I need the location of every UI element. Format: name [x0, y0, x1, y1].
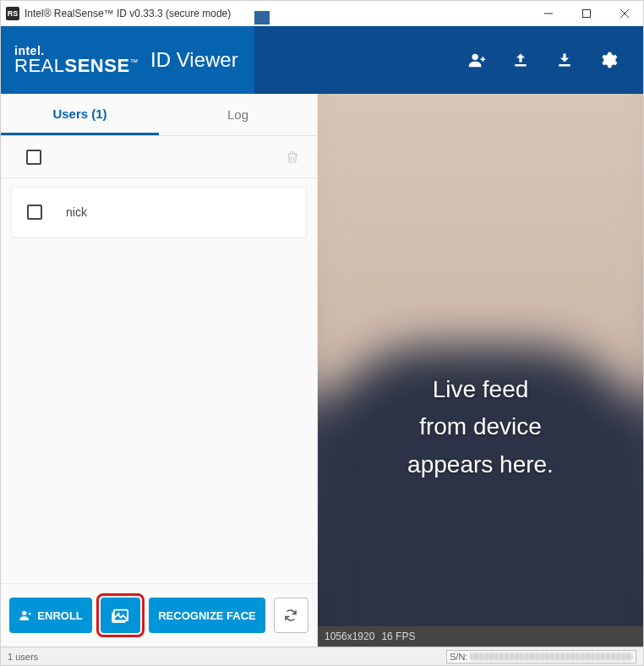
svg-point-7 — [22, 611, 26, 615]
user-count-status: 1 users — [8, 652, 38, 662]
refresh-button[interactable] — [274, 598, 308, 633]
select-all-row — [1, 136, 317, 178]
live-feed: Live feed from device appears here. — [318, 94, 643, 626]
titlebar: RS Intel® RealSense™ ID v0.33.3 (secure … — [1, 1, 643, 26]
tab-users[interactable]: Users (1) — [1, 94, 159, 135]
product-name: ID Viewer — [150, 48, 238, 72]
user-list: nick — [1, 178, 317, 583]
maximize-button[interactable] — [567, 1, 605, 26]
left-panel: Users (1) Log nick ENROLL — [1, 94, 318, 647]
svg-point-4 — [472, 54, 478, 60]
feed-status-bar: 1056x1920 16 FPS — [318, 626, 643, 647]
enroll-label: ENROLL — [37, 609, 82, 622]
svg-rect-1 — [582, 9, 590, 17]
user-name-label: nick — [66, 205, 87, 219]
upload-icon[interactable] — [511, 51, 530, 69]
window-controls — [529, 1, 643, 26]
close-button[interactable] — [605, 1, 643, 26]
statusbar: 1 users S/N: — [1, 647, 643, 665]
svg-point-9 — [117, 613, 120, 615]
settings-icon[interactable] — [599, 51, 618, 69]
refresh-icon — [283, 608, 298, 623]
tab-bar: Users (1) Log — [1, 94, 317, 136]
feed-fps: 16 FPS — [381, 631, 415, 642]
sn-value-obscured — [470, 652, 633, 661]
minimize-button[interactable] — [529, 1, 567, 26]
select-all-checkbox[interactable] — [26, 150, 41, 165]
svg-rect-5 — [515, 64, 526, 67]
brand-realsense: REALSENSE™ — [14, 57, 139, 75]
feed-resolution: 1056x1920 — [325, 631, 374, 642]
delete-icon[interactable] — [285, 149, 300, 166]
enroll-button[interactable]: ENROLL — [9, 598, 92, 633]
enroll-image-button[interactable] — [101, 598, 140, 633]
download-icon[interactable] — [555, 51, 574, 69]
action-bar: ENROLL RECOGNIZE FACE — [1, 583, 317, 647]
sn-label: S/N: — [450, 652, 467, 662]
camera-feed-panel: Live feed from device appears here. 1056… — [318, 94, 643, 647]
brand-block: intel. REALSENSE™ ID Viewer — [1, 26, 254, 94]
svg-rect-6 — [559, 64, 570, 67]
recognize-face-button[interactable]: RECOGNIZE FACE — [149, 598, 265, 633]
app-header: intel. REALSENSE™ ID Viewer — [1, 26, 643, 94]
user-row[interactable]: nick — [11, 187, 307, 237]
person-add-icon — [19, 609, 32, 622]
window-title: Intel® RealSense™ ID v0.33.3 (secure mod… — [25, 8, 529, 19]
add-user-icon[interactable] — [467, 51, 486, 69]
user-checkbox[interactable] — [27, 205, 42, 220]
feed-overlay-text: Live feed from device appears here. — [318, 371, 643, 484]
recognize-label: RECOGNIZE FACE — [158, 609, 256, 622]
images-icon — [112, 608, 130, 623]
serial-number-field: S/N: — [446, 650, 636, 663]
app-icon: RS — [6, 7, 19, 20]
tab-log[interactable]: Log — [159, 94, 317, 135]
